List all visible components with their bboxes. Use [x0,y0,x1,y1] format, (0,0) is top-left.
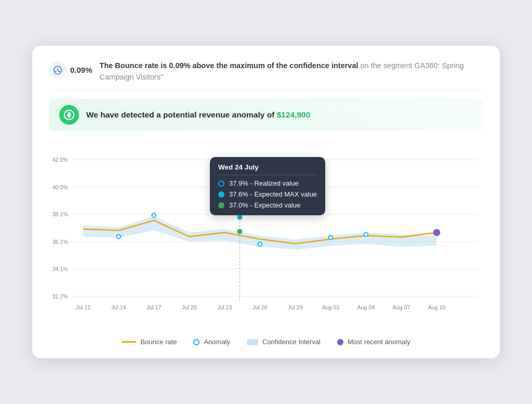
revenue-banner: We have detected a potential revenue ano… [49,99,483,131]
bounce-icon [49,61,66,79]
svg-text:34.1%: 34.1% [52,266,69,272]
legend-anomaly-icon [193,339,200,345]
revenue-icon [59,105,79,125]
svg-point-30 [152,214,156,218]
alert-banner: 0.09% The Bounce rate is 0.09% above the… [49,60,483,91]
legend-recent-anomaly: Most recent anomaly [337,338,410,346]
svg-point-31 [116,234,121,239]
legend-confidence: Confidence Interval [247,338,321,346]
svg-text:Jul 29: Jul 29 [288,304,303,310]
svg-text:32.2%: 32.2% [52,293,69,299]
alert-icon-wrap: 0.09% [49,61,92,79]
svg-point-32 [258,242,262,246]
revenue-label: We have detected a potential revenue ano… [86,110,277,119]
expected-max-dot [218,191,224,198]
chart-tooltip: Wed 24 July 37.9% - Realized value 37.6%… [210,157,325,215]
legend-confidence-label: Confidence Interval [262,338,321,346]
tooltip-row-realized: 37.9% - Realized value [218,179,317,187]
svg-point-28 [237,229,243,234]
svg-point-29 [433,229,441,237]
svg-text:Aug 04: Aug 04 [357,304,375,310]
tooltip-label-expected: 37.0% - Expected value [229,201,300,209]
legend-conf-icon [247,339,258,345]
svg-point-34 [364,232,368,237]
alert-percent: 0.09% [70,66,92,74]
svg-text:Jul 23: Jul 23 [217,304,232,310]
legend-anomaly: Anomaly [193,338,230,346]
chart-area: 42.0% 40.0% 38.1% 36.1% 34.1% 32.2% Jul … [49,140,483,333]
svg-point-33 [329,236,333,240]
realized-dot [218,180,224,187]
svg-text:42.0%: 42.0% [52,157,69,163]
svg-text:Jul 11: Jul 11 [76,304,91,310]
legend-anomaly-label: Anomaly [204,338,230,346]
svg-text:38.1%: 38.1% [52,211,69,217]
alert-bold-text: The Bounce rate is 0.09% above the maxim… [100,61,358,70]
legend-recent-label: Most recent anomaly [348,338,410,346]
legend-bounce-label: Bounce rate [140,338,177,346]
svg-text:40.0%: 40.0% [52,184,69,190]
alert-text: The Bounce rate is 0.09% above the maxim… [100,60,483,83]
chart-legend: Bounce rate Anomaly Confidence Interval … [49,338,483,346]
tooltip-date: Wed 24 July [218,163,317,175]
tooltip-label-realized: 37.9% - Realized value [229,179,299,187]
expected-dot [218,202,224,208]
svg-text:Aug 01: Aug 01 [322,304,339,310]
legend-line-icon [122,341,136,343]
svg-text:Jul 14: Jul 14 [111,304,126,310]
svg-text:36.1%: 36.1% [52,239,69,245]
revenue-text: We have detected a potential revenue ano… [86,110,310,120]
svg-point-27 [237,215,243,220]
svg-text:Jul 26: Jul 26 [252,304,268,310]
svg-text:Aug 10: Aug 10 [428,304,446,310]
tooltip-row-expected-max: 37.6% - Expected MAX value [218,190,317,198]
svg-text:Aug 07: Aug 07 [393,304,410,310]
tooltip-label-expected-max: 37.6% - Expected MAX value [229,190,317,198]
revenue-amount: $124,900 [277,110,311,119]
tooltip-row-expected: 37.0% - Expected value [218,201,317,209]
svg-text:Jul 17: Jul 17 [147,304,162,310]
main-card: 0.09% The Bounce rate is 0.09% above the… [32,46,500,359]
legend-bounce-rate: Bounce rate [122,338,177,346]
legend-recent-icon [337,339,343,345]
svg-text:Jul 20: Jul 20 [182,304,197,310]
